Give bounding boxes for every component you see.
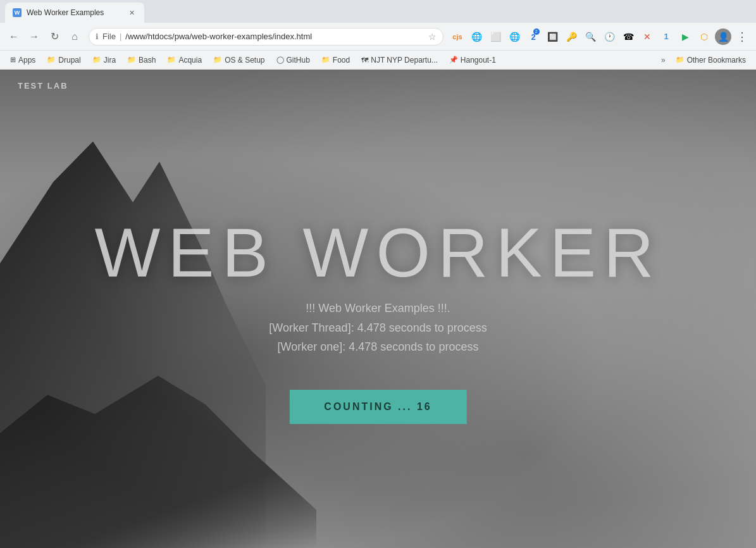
jira-folder-icon: 📁 bbox=[92, 56, 101, 64]
njt-icon: 🗺 bbox=[361, 56, 368, 64]
cjs-icon: cjs bbox=[452, 33, 462, 40]
github-icon: ◯ bbox=[276, 56, 284, 64]
page-content: TEST LAB WEB WORKER !!! Web Worker Examp… bbox=[0, 70, 756, 548]
bookmark-hangout-label: Hangout-1 bbox=[461, 56, 496, 65]
protocol-label: File bbox=[102, 32, 116, 41]
active-tab[interactable]: W Web Worker Examples ✕ bbox=[5, 3, 144, 23]
ext10-icon: ✕ bbox=[643, 32, 651, 42]
bookmarks-bar: ⊞ Apps 📁 Drupal 📁 Jira 📁 Bash 📁 Acquia 📁… bbox=[0, 51, 756, 70]
ext-10[interactable]: ✕ bbox=[638, 28, 656, 46]
acquia-folder-icon: 📁 bbox=[167, 56, 176, 64]
home-button[interactable]: ⌂ bbox=[66, 28, 84, 46]
ext-11[interactable]: 1 bbox=[657, 28, 675, 46]
address-separator: | bbox=[120, 32, 121, 41]
bookmark-hangout[interactable]: 📌 Hangout-1 bbox=[444, 54, 501, 66]
drupal-folder-icon: 📁 bbox=[47, 56, 56, 64]
bookmark-bash[interactable]: 📁 Bash bbox=[122, 54, 161, 66]
bookmark-os-setup-label: OS & Setup bbox=[225, 56, 264, 65]
tab-title: Web Worker Examples bbox=[27, 8, 104, 17]
ext-13[interactable]: ⬡ bbox=[695, 28, 713, 46]
bookmark-os-setup[interactable]: 📁 OS & Setup bbox=[208, 54, 270, 66]
bookmark-star-icon[interactable]: ☆ bbox=[428, 32, 437, 42]
other-folder-icon: 📁 bbox=[676, 56, 685, 64]
bookmark-njt[interactable]: 🗺 NJT NYP Departu... bbox=[356, 54, 443, 66]
counting-button[interactable]: COUNTING ... 16 bbox=[289, 390, 466, 424]
ext-9[interactable]: ☎ bbox=[619, 28, 637, 46]
bookmark-github[interactable]: ◯ GitHub bbox=[271, 54, 315, 66]
ext1-icon: 🌐 bbox=[471, 32, 482, 42]
bookmark-njt-label: NJT NYP Departu... bbox=[371, 56, 438, 65]
forward-button[interactable]: → bbox=[25, 28, 43, 46]
ext-6[interactable]: 🔑 bbox=[562, 28, 580, 46]
bookmark-bash-label: Bash bbox=[139, 56, 156, 65]
hangout-icon: 📌 bbox=[449, 56, 458, 64]
tab-favicon: W bbox=[13, 8, 22, 17]
ext-5[interactable]: 🔲 bbox=[543, 28, 561, 46]
bookmark-apps-label: Apps bbox=[18, 56, 35, 65]
tab-bar: W Web Worker Examples ✕ bbox=[0, 0, 756, 23]
subtitle-area: !!! Web Worker Examples !!!. [Worker Thr… bbox=[269, 299, 487, 357]
avatar-image: 👤 bbox=[715, 28, 731, 45]
bookmark-jira[interactable]: 📁 Jira bbox=[87, 54, 121, 66]
ext-8[interactable]: 🕐 bbox=[600, 28, 618, 46]
bookmark-acquia[interactable]: 📁 Acquia bbox=[162, 54, 207, 66]
ext8-icon: 🕐 bbox=[604, 32, 615, 42]
bookmark-food-label: Food bbox=[333, 56, 350, 65]
os-setup-folder-icon: 📁 bbox=[213, 56, 222, 64]
ext12-icon: ▶ bbox=[682, 32, 689, 42]
bookmark-acquia-label: Acquia bbox=[178, 56, 202, 65]
more-options-button[interactable]: ⋮ bbox=[733, 28, 751, 46]
bookmark-drupal-label: Drupal bbox=[58, 56, 80, 65]
ext13-icon: ⬡ bbox=[700, 32, 708, 42]
address-text: /www/htdocs/pwa/web-worker-examples/inde… bbox=[125, 32, 424, 41]
ext2-icon: ⬜ bbox=[490, 32, 501, 42]
ext-cjs[interactable]: cjs bbox=[449, 28, 466, 46]
ext-12[interactable]: ▶ bbox=[676, 28, 694, 46]
ext7-icon: 🔍 bbox=[585, 32, 596, 42]
three-dots-icon: ⋮ bbox=[734, 27, 750, 46]
profile-avatar[interactable]: 👤 bbox=[714, 28, 732, 46]
toolbar-icons: cjs 🌐 ⬜ 🌐 2 2 🔲 🔑 bbox=[449, 28, 751, 46]
app-label: TEST LAB bbox=[18, 81, 68, 90]
bookmark-drupal[interactable]: 📁 Drupal bbox=[42, 54, 85, 66]
ext-1[interactable]: 🌐 bbox=[468, 28, 485, 46]
reload-button[interactable]: ↻ bbox=[46, 28, 63, 46]
ext3-icon: 🌐 bbox=[509, 32, 520, 42]
bookmark-other[interactable]: 📁 Other Bookmarks bbox=[671, 54, 751, 66]
address-bar[interactable]: ℹ File | /www/htdocs/pwa/web-worker-exam… bbox=[89, 28, 443, 46]
subtitle-line1: !!! Web Worker Examples !!!. bbox=[269, 299, 487, 318]
hero-title: WEB WORKER bbox=[94, 212, 661, 292]
ext5-icon: 🔲 bbox=[547, 32, 558, 42]
ext9-icon: ☎ bbox=[623, 32, 634, 42]
ext-7[interactable]: 🔍 bbox=[581, 28, 599, 46]
ext-2[interactable]: ⬜ bbox=[486, 28, 504, 46]
ext6-icon: 🔑 bbox=[566, 32, 577, 42]
browser-frame: W Web Worker Examples ✕ ← → ↻ ⌂ ℹ File |… bbox=[0, 0, 756, 548]
bookmark-food[interactable]: 📁 Food bbox=[316, 54, 355, 66]
bookmark-github-label: GitHub bbox=[287, 56, 310, 65]
bookmark-jira-label: Jira bbox=[104, 56, 116, 65]
badge: 2 bbox=[533, 28, 540, 35]
subtitle-line2: [Worker Thread]: 4.478 seconds to proces… bbox=[269, 318, 487, 338]
info-icon: ℹ bbox=[96, 32, 99, 41]
bash-folder-icon: 📁 bbox=[127, 56, 136, 64]
tab-close-button[interactable]: ✕ bbox=[127, 8, 137, 18]
toolbar: ← → ↻ ⌂ ℹ File | /www/htdocs/pwa/web-wor… bbox=[0, 23, 756, 51]
food-folder-icon: 📁 bbox=[321, 56, 330, 64]
apps-icon: ⊞ bbox=[10, 56, 16, 64]
subtitle-line3: [Worker one]: 4.478 seconds to process bbox=[269, 337, 487, 357]
bookmark-apps[interactable]: ⊞ Apps bbox=[5, 54, 40, 66]
ext-3[interactable]: 🌐 bbox=[505, 28, 523, 46]
ext11-icon: 1 bbox=[664, 32, 668, 41]
bookmark-other-label: Other Bookmarks bbox=[687, 56, 746, 65]
back-button[interactable]: ← bbox=[5, 28, 23, 46]
ext-4[interactable]: 2 2 bbox=[524, 28, 542, 46]
bookmarks-more-button[interactable]: » bbox=[657, 54, 669, 66]
